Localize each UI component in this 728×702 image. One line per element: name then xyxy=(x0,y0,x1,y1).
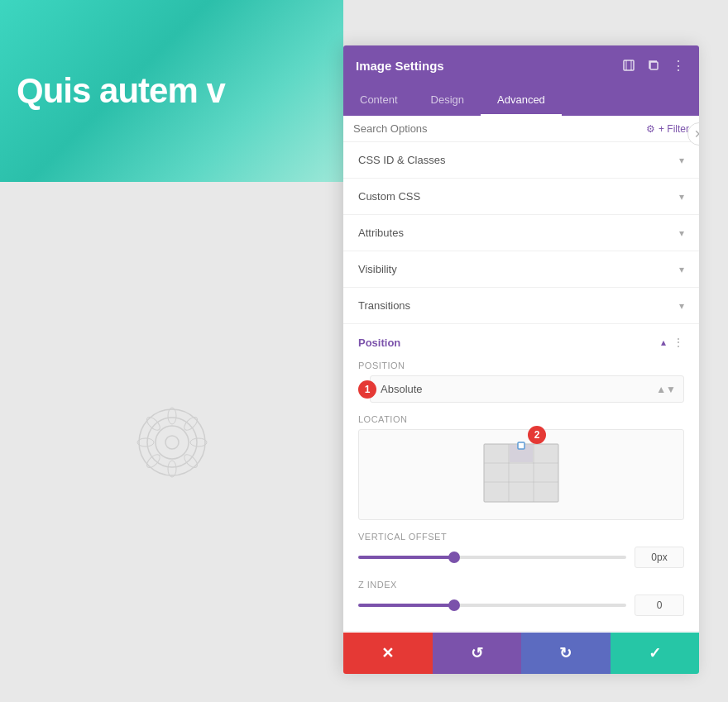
save-icon: ✓ xyxy=(649,644,661,662)
position-header-icons: ▴ ⋮ xyxy=(661,336,684,349)
tab-advanced[interactable]: Advanced xyxy=(481,85,562,116)
svg-rect-13 xyxy=(650,62,658,69)
position-select[interactable]: Absolute Default Static Relative Fixed xyxy=(370,375,684,403)
z-index-row xyxy=(358,595,684,616)
chevron-up-icon: ▴ xyxy=(661,337,666,348)
undo-icon: ↺ xyxy=(471,644,483,662)
accordion-custom-css-label: Custom CSS xyxy=(358,190,420,203)
cancel-button[interactable]: ✕ xyxy=(343,633,433,674)
settings-panel: Image Settings ⋮ Content Design Advanced xyxy=(343,45,699,674)
position-field-label: Position xyxy=(358,361,684,370)
hero-text: Quis autem v xyxy=(17,71,225,111)
chevron-down-icon: ▾ xyxy=(679,191,684,203)
location-grid-container: 2 xyxy=(358,429,684,520)
panel-header-icons: ⋮ xyxy=(620,57,687,74)
redo-button[interactable]: ↻ xyxy=(521,633,611,674)
accordion-visibility-label: Visibility xyxy=(358,263,397,275)
svg-point-0 xyxy=(139,409,205,475)
accordion-attributes: Attributes ▾ xyxy=(343,215,699,251)
svg-rect-12 xyxy=(624,60,634,70)
resize-icon[interactable] xyxy=(620,57,637,74)
more-icon[interactable]: ⋮ xyxy=(670,57,687,74)
accordion-visibility-header[interactable]: Visibility ▾ xyxy=(343,251,699,287)
chevron-down-icon: ▾ xyxy=(679,300,684,312)
panel-footer: ✕ ↺ ↻ ✓ xyxy=(343,633,699,674)
tab-content[interactable]: Content xyxy=(343,85,414,116)
filter-icon: ⚙ xyxy=(646,123,655,135)
location-section: Location 2 xyxy=(358,414,684,520)
search-input[interactable] xyxy=(353,122,646,135)
svg-point-5 xyxy=(182,414,199,432)
panel-title: Image Settings xyxy=(356,59,444,73)
svg-point-11 xyxy=(144,414,161,432)
accordion-custom-css-header[interactable]: Custom CSS ▾ xyxy=(343,179,699,214)
svg-point-3 xyxy=(165,436,179,449)
page-content xyxy=(0,182,343,702)
accordion-css-id: CSS ID & Classes ▾ xyxy=(343,142,699,179)
vertical-offset-section: Vertical Offset xyxy=(358,532,684,568)
accordion-attributes-label: Attributes xyxy=(358,227,404,239)
panel-tabs: Content Design Advanced xyxy=(343,85,699,116)
undo-button[interactable]: ↺ xyxy=(433,633,522,674)
tab-design[interactable]: Design xyxy=(414,85,481,116)
page-background: Quis autem v xyxy=(0,0,343,702)
svg-rect-20 xyxy=(518,442,524,449)
accordion-position: Position ▴ ⋮ Position 1 Absolute Default… xyxy=(343,324,699,632)
redo-icon: ↻ xyxy=(559,644,572,662)
accordion-custom-css: Custom CSS ▾ xyxy=(343,179,699,215)
search-bar: ⚙ + Filter xyxy=(343,116,699,142)
accordion-css-id-header[interactable]: CSS ID & Classes ▾ xyxy=(343,142,699,178)
panel-content: CSS ID & Classes ▾ Custom CSS ▾ Attribut… xyxy=(343,142,699,633)
svg-point-1 xyxy=(147,418,197,467)
accordion-css-id-label: CSS ID & Classes xyxy=(358,154,445,166)
page-hero: Quis autem v xyxy=(0,0,343,182)
vertical-offset-row xyxy=(358,547,684,568)
chevron-down-icon: ▾ xyxy=(679,264,684,275)
accordion-transitions-header[interactable]: Transitions ▾ xyxy=(343,288,699,323)
save-button[interactable]: ✓ xyxy=(611,633,700,674)
z-index-section: Z Index xyxy=(358,580,684,616)
position-content: Position 1 Absolute Default Static Relat… xyxy=(343,361,699,631)
z-index-slider[interactable] xyxy=(358,604,626,607)
position-more-icon[interactable]: ⋮ xyxy=(673,336,684,349)
step-2-badge: 2 xyxy=(528,426,546,444)
step-1-badge: 1 xyxy=(358,380,376,399)
chevron-down-icon: ▾ xyxy=(679,155,684,166)
svg-point-9 xyxy=(144,452,161,470)
svg-point-2 xyxy=(156,426,189,459)
copy-icon[interactable] xyxy=(645,57,662,74)
accordion-position-label: Position xyxy=(358,337,400,349)
panel-header: Image Settings ⋮ xyxy=(343,45,699,85)
accordion-position-header[interactable]: Position ▴ ⋮ xyxy=(343,324,699,361)
accordion-transitions-label: Transitions xyxy=(358,299,410,312)
chevron-down-icon: ▾ xyxy=(679,227,684,239)
filter-button[interactable]: ⚙ + Filter xyxy=(646,123,689,135)
vertical-offset-slider[interactable] xyxy=(358,556,626,559)
svg-point-10 xyxy=(137,438,154,447)
accordion-transitions: Transitions ▾ xyxy=(343,288,699,324)
cancel-icon: ✕ xyxy=(381,644,394,662)
svg-point-7 xyxy=(182,452,199,470)
accordion-attributes-header[interactable]: Attributes ▾ xyxy=(343,215,699,251)
position-select-wrapper: 1 Absolute Default Static Relative Fixed… xyxy=(370,375,684,403)
vertical-offset-value[interactable] xyxy=(635,547,684,568)
filter-label: + Filter xyxy=(659,123,689,135)
z-index-value[interactable] xyxy=(635,595,684,616)
location-field-label: Location xyxy=(358,414,684,424)
mandala-icon xyxy=(131,401,213,484)
location-grid[interactable] xyxy=(476,436,567,510)
svg-point-4 xyxy=(168,408,176,424)
vertical-offset-label: Vertical Offset xyxy=(358,532,684,542)
svg-point-8 xyxy=(168,461,176,477)
svg-point-6 xyxy=(190,438,207,447)
accordion-visibility: Visibility ▾ xyxy=(343,251,699,288)
z-index-label: Z Index xyxy=(358,580,684,590)
